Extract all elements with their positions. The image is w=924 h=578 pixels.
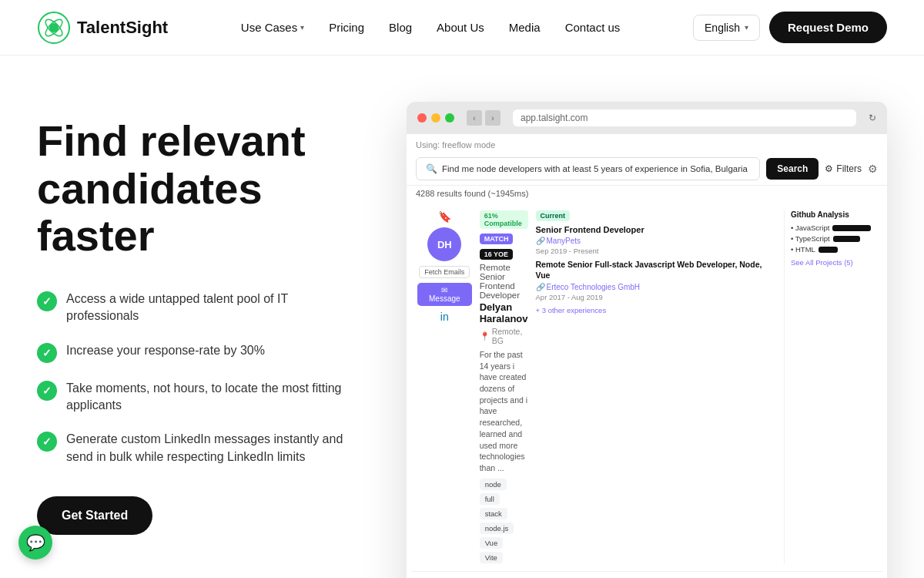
filters-button[interactable]: ⚙ Filters <box>825 163 862 174</box>
candidate-bio: For the past 14 years i have created doz… <box>480 349 528 474</box>
current-job-title: Senior Frontend Developer <box>536 224 776 235</box>
candidate-name: Delyan Haralanov <box>480 301 528 324</box>
skill-tag: stack <box>480 508 507 519</box>
fetch-emails-button[interactable]: Fetch Emails <box>419 266 470 278</box>
hero-title: Find relevant candidates faster <box>37 117 360 260</box>
back-button[interactable]: ‹ <box>467 110 482 126</box>
results-count: 4288 results found (~1945ms) <box>407 186 887 203</box>
prev-company-link[interactable]: 🔗 Erteco Technologies GmbH <box>536 283 776 291</box>
chat-icon: 💬 <box>26 533 45 552</box>
nav-about[interactable]: About Us <box>437 21 484 34</box>
language-selector[interactable]: English ▾ <box>693 15 760 41</box>
current-badge: Current <box>536 210 571 221</box>
card-middle: 61% Compatible MATCH 16 YOE Remote Senio… <box>480 210 528 563</box>
nav-use-cases[interactable]: Use Cases ▾ <box>241 21 304 34</box>
avatar: DH <box>427 227 461 261</box>
company-link[interactable]: 🔗 ManyPets <box>536 237 776 245</box>
get-started-button[interactable]: Get Started <box>37 496 152 535</box>
search-row: 🔍 Find me node developers with at least … <box>407 153 887 186</box>
dot-red <box>417 113 427 123</box>
nav-blog[interactable]: Blog <box>389 21 412 34</box>
window-nav-buttons: ‹ › <box>467 110 500 126</box>
request-demo-button[interactable]: Request Demo <box>769 12 887 43</box>
search-icon: 🔍 <box>426 163 437 174</box>
nav-contact[interactable]: Contact us <box>565 21 621 34</box>
candidates-list: 🔖 DH Fetch Emails ✉ Message in 61% Compa… <box>407 203 887 578</box>
nav-links: Use Cases ▾ Pricing Blog About Us Media … <box>241 21 621 34</box>
address-bar[interactable]: app.talsight.com <box>513 109 856 126</box>
hero-features: ✓ Access a wide untapped talent pool of … <box>37 291 360 465</box>
linkedin-icon[interactable]: in <box>440 311 449 323</box>
check-icon: ✓ <box>37 343 57 363</box>
filter-icon: ⚙ <box>825 163 833 174</box>
yoe-badge: 16 YOE <box>480 249 513 260</box>
candidate-role: Remote Senior Frontend Developer <box>480 263 528 300</box>
candidate-card: 🔖 VK Fetch Emails ✉ Message in 57% Compa… <box>411 572 882 578</box>
reload-icon[interactable]: ↻ <box>869 113 876 123</box>
feature-item: ✓ Access a wide untapped talent pool of … <box>37 291 360 325</box>
candidate-card: 🔖 DH Fetch Emails ✉ Message in 61% Compa… <box>411 203 882 572</box>
github-language-item: • HTML <box>791 245 876 254</box>
location-pin-icon: 📍 <box>480 331 490 341</box>
skill-tag: Vue <box>480 537 504 549</box>
skill-tag: Vite <box>480 552 503 563</box>
app-body: Using: freeflow mode 🔍 Find me node deve… <box>407 134 887 578</box>
settings-icon[interactable]: ⚙ <box>868 163 878 175</box>
search-button[interactable]: Search <box>766 158 819 180</box>
github-language-item: • TypeScript <box>791 234 876 243</box>
nav-right: English ▾ Request Demo <box>693 12 887 43</box>
language-label: English <box>705 22 740 34</box>
ts-bar <box>833 236 860 242</box>
card-left: 🔖 DH Fetch Emails ✉ Message in <box>417 210 472 563</box>
globe-icon: 🔗 <box>536 283 545 291</box>
github-language-item: • JavaScript <box>791 223 876 232</box>
js-bar <box>832 225 871 231</box>
prev-job-title: Remote Senior Full-stack Javascript Web … <box>536 260 776 281</box>
message-button[interactable]: ✉ Message <box>417 283 472 306</box>
window-controls <box>417 113 454 123</box>
badges-row: 61% Compatible MATCH 16 YOE <box>480 210 528 260</box>
bookmark-icon[interactable]: 🔖 <box>438 210 451 223</box>
prev-job-dates: Apr 2017 - Aug 2019 <box>536 293 776 301</box>
dot-yellow <box>431 113 440 123</box>
mode-label: Using: freeflow mode <box>407 134 887 153</box>
skill-tag: node <box>480 479 507 490</box>
candidate-location: 📍 Remote, BG <box>480 327 528 345</box>
chat-bubble-button[interactable]: 💬 <box>18 526 52 560</box>
feature-item: ✓ Increase your response-rate by 30% <box>37 342 360 363</box>
check-icon: ✓ <box>37 291 57 311</box>
search-input-container[interactable]: 🔍 Find me node developers with at least … <box>416 157 760 180</box>
dot-green <box>445 113 454 123</box>
skills-row: node full stack node.js Vue Vite <box>480 479 528 563</box>
logo-text: TalentSight <box>77 18 168 38</box>
hero-section: Find relevant candidates faster ✓ Access… <box>0 55 924 578</box>
see-all-projects[interactable]: See All Projects (5) <box>791 258 876 267</box>
more-experiences[interactable]: + 3 other experiences <box>536 306 776 314</box>
feature-item: ✓ Take moments, not hours, to locate the… <box>37 380 360 415</box>
search-query-text: Find me node developers with at least 5 … <box>442 164 750 173</box>
card-right: Current Senior Frontend Developer 🔗 Many… <box>536 210 776 563</box>
skill-tag: node.js <box>480 523 514 534</box>
hero-right: ‹ › app.talsight.com ↻ Using: freeflow m… <box>407 102 887 578</box>
chevron-down-icon: ▾ <box>745 23 748 32</box>
check-icon: ✓ <box>37 432 57 452</box>
nav-pricing[interactable]: Pricing <box>329 21 364 34</box>
hero-left: Find relevant candidates faster ✓ Access… <box>37 102 360 535</box>
logo-link[interactable]: TalentSight <box>37 11 168 45</box>
check-icon: ✓ <box>37 381 57 401</box>
forward-button[interactable]: › <box>485 110 500 126</box>
navbar: TalentSight Use Cases ▾ Pricing Blog Abo… <box>0 0 924 55</box>
globe-icon: 🔗 <box>536 237 545 245</box>
nav-media[interactable]: Media <box>509 21 541 34</box>
window-bar: ‹ › app.talsight.com ↻ <box>407 102 887 134</box>
chevron-down-icon: ▾ <box>300 23 304 32</box>
github-panel: Github Analysis • JavaScript • TypeScrip… <box>784 210 876 563</box>
html-bar <box>819 247 838 253</box>
feature-item: ✓ Generate custom LinkedIn messages inst… <box>37 431 360 465</box>
app-window: ‹ › app.talsight.com ↻ Using: freeflow m… <box>407 102 887 578</box>
job-dates: Sep 2019 - Present <box>536 247 776 255</box>
skill-tag: full <box>480 493 500 505</box>
github-title: Github Analysis <box>791 210 876 219</box>
logo-icon <box>37 11 71 45</box>
compat-badge: 61% Compatible <box>480 210 528 229</box>
